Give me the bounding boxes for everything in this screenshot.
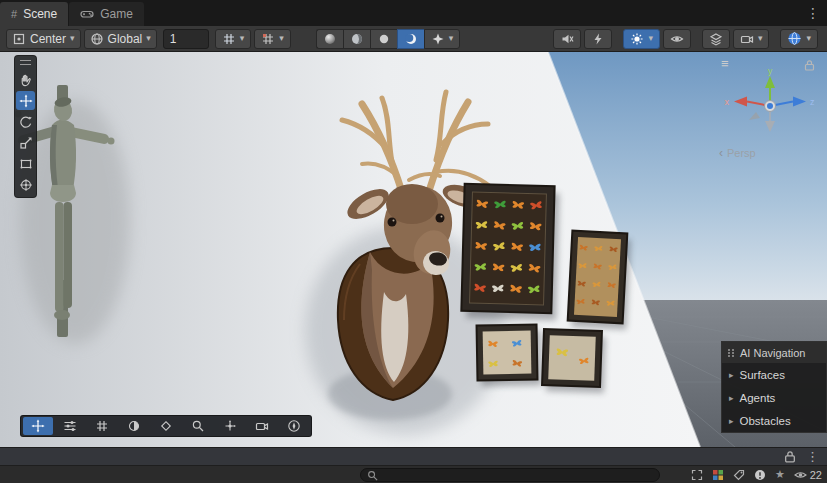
overlay-drag-handle[interactable] [20,60,31,65]
move-tool-button[interactable] [16,91,35,110]
rect-tool-button[interactable] [16,154,35,173]
projection-toggle[interactable]: ‹ Persp [719,146,756,160]
scene-fx-toggle[interactable] [397,29,424,49]
scene-audio-toggle[interactable] [370,29,397,49]
ai-nav-item-surfaces[interactable]: ▸ Surfaces [722,363,826,386]
maximize-icon[interactable] [691,469,703,481]
star-icon[interactable]: ★ [775,469,785,480]
shaded-sphere-icon [323,32,337,46]
compass-icon [287,419,301,433]
scene-viewport[interactable]: ≡ y x z ‹ Persp AI Navigation [0,52,827,447]
overlay-camera-button[interactable] [247,417,277,435]
scene-lighting-dropdown[interactable]: ▾ [623,29,660,49]
overlay-pivot-button[interactable] [215,417,245,435]
lightning-icon [591,32,605,46]
rect-icon [19,157,33,171]
particles-toggle-button[interactable] [584,29,612,49]
overlay-isolate-button[interactable] [151,417,181,435]
orientation-dropdown[interactable]: Global ▾ [84,29,157,49]
ai-nav-item-obstacles[interactable]: ▸ Obstacles [722,409,826,432]
tools-overlay [14,55,37,198]
camera-settings-dropdown[interactable]: ▾ [733,29,770,49]
snap-increment-input[interactable] [163,29,209,49]
hand-icon [19,73,33,87]
chevron-down-icon: ▾ [648,34,653,43]
ai-navigation-header[interactable]: AI Navigation [722,342,826,363]
diamond-icon [159,419,173,433]
crescent-icon [404,32,418,46]
scene-visibility-button[interactable] [663,29,691,49]
move-icon [19,94,33,108]
butterfly-case-right[interactable] [567,231,631,330]
pivot-mode-dropdown[interactable]: Center ▾ [6,29,81,49]
visibility-count[interactable]: 22 [794,469,822,481]
chevron-down-icon: ▾ [806,34,811,43]
tab-game[interactable]: Game [69,2,144,26]
tabbar-menu-icon[interactable]: ⋮ [806,5,820,21]
axis-x-label: x [725,97,730,107]
grid-visibility-dropdown[interactable]: ▾ [215,29,252,49]
layers-icon [709,32,723,46]
search-input[interactable] [383,469,653,481]
lighting-sphere-icon [350,32,364,46]
effects-dropdown[interactable]: ▾ [424,29,461,49]
butterfly-case-small-left[interactable] [477,324,542,386]
scale-tool-button[interactable] [16,133,35,152]
gamepad-icon [80,7,94,21]
audio-mute-button[interactable] [553,29,581,49]
view-tool-button[interactable] [16,70,35,89]
scene-grid-icon: # [11,8,17,20]
status-bar: ★ 22 [0,465,827,483]
butterfly-case-large[interactable] [461,184,559,320]
toolbar-right-group: ▾ ▾ ▾ [553,29,821,49]
tag-icon[interactable] [733,469,745,481]
ai-nav-item-agents[interactable]: ▸ Agents [722,386,826,409]
chevron-down-icon: ▾ [279,34,284,43]
lock-icon[interactable] [784,450,796,463]
sliders-icon [63,419,77,433]
overlay-move-button[interactable] [23,417,53,435]
grid-icon [95,419,109,433]
orientation-label: Global [108,32,143,46]
overlay-render-button[interactable] [119,417,149,435]
grid-snap-icon [261,32,275,46]
tab-bar: # Scene Game ⋮ [0,0,827,26]
speaker-mute-icon [560,32,574,46]
foldout-arrow-icon: ▸ [729,393,734,403]
tab-scene[interactable]: # Scene [0,2,68,26]
pivot-move-icon [223,419,237,433]
rotate-icon [19,115,33,129]
rotate-tool-button[interactable] [16,112,35,131]
layers-button[interactable] [702,29,730,49]
scene-view-options-dropdown[interactable]: ▾ [780,29,818,49]
shading-mode-button[interactable] [316,29,343,49]
ai-nav-item-label: Agents [740,392,776,404]
axis-gizmo[interactable]: y x z [687,66,819,144]
chevron-down-icon: ▾ [146,34,151,43]
orientation-gizmo: ≡ y x z ‹ Persp [687,54,819,166]
alert-icon[interactable] [754,469,766,481]
filled-circle-icon [377,32,391,46]
grid-snap-dropdown[interactable]: ▾ [254,29,291,49]
eye-icon [670,32,684,46]
ai-navigation-overlay: AI Navigation ▸ Surfaces ▸ Agents ▸ Obst… [721,341,827,433]
overlay-navigate-button[interactable] [279,417,309,435]
tab-scene-label: Scene [23,7,57,21]
ai-navigation-title: AI Navigation [740,347,805,359]
search-icon [367,470,378,481]
chevron-down-icon: ▾ [240,34,245,43]
packages-icon[interactable] [712,469,724,481]
tab-game-label: Game [100,7,133,21]
drag-handle-icon [727,348,735,358]
overlay-search-button[interactable] [183,417,213,435]
overlay-grid-button[interactable] [87,417,117,435]
scene-lighting-toggle[interactable] [343,29,370,49]
transform-tool-button[interactable] [16,175,35,194]
butterfly-case-small-right[interactable] [542,329,606,393]
ai-nav-item-label: Surfaces [740,369,785,381]
overlay-align-button[interactable] [55,417,85,435]
axis-y-label: y [768,66,773,76]
search-field[interactable] [360,468,660,482]
gizmo-collapse-icon: ‹ [719,146,723,160]
camera-icon [255,419,269,433]
